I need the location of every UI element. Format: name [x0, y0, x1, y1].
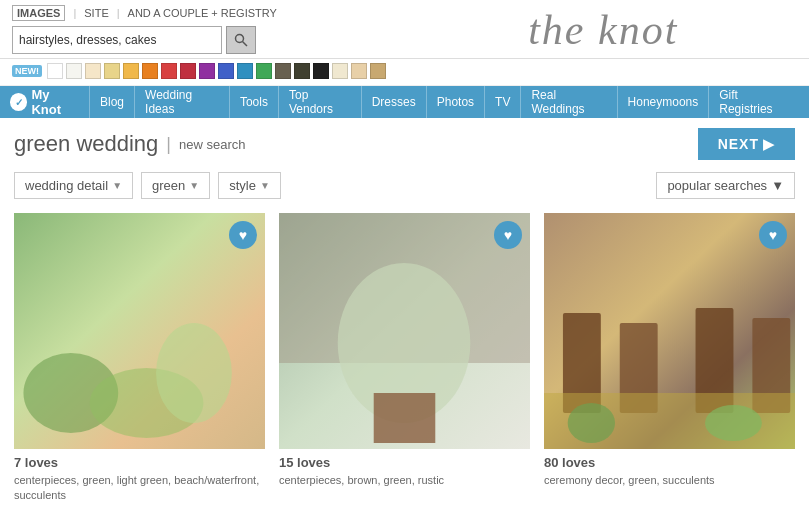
- registry-tab[interactable]: AND A COUPLE + REGISTRY: [128, 7, 277, 19]
- new-search-link[interactable]: new search: [179, 137, 245, 152]
- swatch-orange[interactable]: [142, 63, 158, 79]
- nav-top-vendors[interactable]: Top Vendors: [278, 86, 361, 118]
- svg-point-6: [156, 323, 232, 423]
- page-title: green wedding: [14, 131, 158, 157]
- swatch-tan[interactable]: [332, 63, 348, 79]
- swatch-cream[interactable]: [85, 63, 101, 79]
- image-1[interactable]: ♥: [14, 213, 265, 449]
- swatch-gold[interactable]: [123, 63, 139, 79]
- chevron-down-icon: ▼: [260, 180, 270, 191]
- myknot-nav[interactable]: ✓ My Knot: [10, 87, 81, 117]
- svg-rect-11: [374, 393, 436, 443]
- svg-point-0: [236, 35, 244, 43]
- svg-line-1: [243, 42, 248, 47]
- heart-button-1[interactable]: ♥: [229, 221, 257, 249]
- loves-count-3: 80 loves: [544, 455, 795, 470]
- nav-wedding-ideas[interactable]: Wedding Ideas: [134, 86, 229, 118]
- swatch-lightblue[interactable]: [237, 63, 253, 79]
- swatch-champagne[interactable]: [370, 63, 386, 79]
- loves-count-1: 7 loves: [14, 455, 265, 470]
- nav-honeymoons[interactable]: Honeymoons: [617, 86, 709, 118]
- nav-tv[interactable]: TV: [484, 86, 520, 118]
- card-tags-1: centerpieces, green, light green, beach/…: [14, 473, 265, 504]
- chevron-down-icon: ▼: [112, 180, 122, 191]
- wedding-detail-filter[interactable]: wedding detail ▼: [14, 172, 133, 199]
- swatch-black[interactable]: [313, 63, 329, 79]
- image-card-3: ♥ 80 loves ceremony decor, green, succul…: [544, 213, 795, 506]
- swatch-yellow[interactable]: [104, 63, 120, 79]
- style-filter[interactable]: style ▼: [218, 172, 281, 199]
- nav-photos[interactable]: Photos: [426, 86, 484, 118]
- green-filter[interactable]: green ▼: [141, 172, 210, 199]
- popular-searches-dropdown[interactable]: popular searches ▼: [656, 172, 795, 199]
- swatch-offwhite[interactable]: [66, 63, 82, 79]
- swatch-sand[interactable]: [351, 63, 367, 79]
- new-badge: NEW!: [12, 65, 42, 77]
- chevron-down-icon: ▼: [771, 178, 784, 193]
- nav-dresses[interactable]: Dresses: [361, 86, 426, 118]
- nav-tools[interactable]: Tools: [229, 86, 278, 118]
- nav-blog[interactable]: Blog: [89, 86, 134, 118]
- svg-point-18: [568, 403, 615, 443]
- swatch-blue[interactable]: [218, 63, 234, 79]
- card-tags-3: ceremony decor, green, succulents: [544, 473, 795, 488]
- heart-button-3[interactable]: ♥: [759, 221, 787, 249]
- loves-count-2: 15 loves: [279, 455, 530, 470]
- swatch-brown[interactable]: [275, 63, 291, 79]
- swatch-darkbrown[interactable]: [294, 63, 310, 79]
- site-tab[interactable]: SITE: [84, 7, 108, 19]
- image-3[interactable]: ♥: [544, 213, 795, 449]
- site-logo: the knot: [528, 6, 678, 54]
- swatch-red[interactable]: [161, 63, 177, 79]
- swatch-darkred[interactable]: [180, 63, 196, 79]
- nav-real-weddings[interactable]: Real Weddings: [520, 86, 616, 118]
- image-card-2: ♥ 15 loves centerpieces, brown, green, r…: [279, 213, 530, 506]
- nav-gift-registries[interactable]: Gift Registries: [708, 86, 799, 118]
- swatch-white[interactable]: [47, 63, 63, 79]
- image-card-1: ♥ 7 loves centerpieces, green, light gre…: [14, 213, 265, 506]
- swatch-purple[interactable]: [199, 63, 215, 79]
- swatch-green[interactable]: [256, 63, 272, 79]
- heart-button-2[interactable]: ♥: [494, 221, 522, 249]
- image-2[interactable]: ♥: [279, 213, 530, 449]
- next-button[interactable]: NEXT ▶: [698, 128, 795, 160]
- chevron-down-icon: ▼: [189, 180, 199, 191]
- images-tab[interactable]: IMAGES: [12, 5, 65, 21]
- myknot-icon: ✓: [10, 93, 27, 111]
- search-button[interactable]: [226, 26, 256, 54]
- svg-point-19: [705, 405, 762, 441]
- search-input[interactable]: [12, 26, 222, 54]
- card-tags-2: centerpieces, brown, green, rustic: [279, 473, 530, 488]
